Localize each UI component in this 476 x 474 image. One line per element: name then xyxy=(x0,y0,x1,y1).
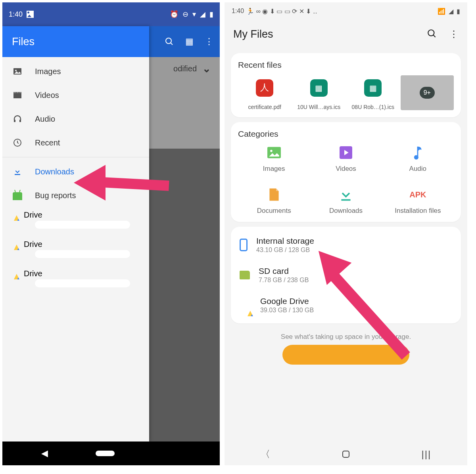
storage-sd-card[interactable]: SD card 7.78 GB / 238 GB xyxy=(231,260,461,290)
recents-button[interactable]: ||| xyxy=(421,449,431,460)
image-notification-icon xyxy=(27,11,34,18)
alarm-icon: ⏰ xyxy=(170,10,178,19)
status-bar-left: 1:40 ⏰ ⊖ ▾ ◢ ▮ xyxy=(2,2,220,26)
category-label: Videos xyxy=(310,165,382,173)
more-count-badge: 9+ xyxy=(420,87,435,99)
storage-name: Internal storage xyxy=(256,236,314,246)
category-label: Documents xyxy=(238,207,310,215)
drawer-label: Images xyxy=(35,67,61,76)
recent-file-item[interactable]: 08U Rob…(1).ics xyxy=(346,75,400,110)
grid-view-icon[interactable]: ▦ xyxy=(185,36,194,47)
home-button[interactable] xyxy=(342,451,349,458)
drawer-item-videos[interactable]: Videos xyxy=(2,83,149,107)
drawer-item-audio[interactable]: Audio xyxy=(2,107,149,131)
svg-point-12 xyxy=(270,150,273,152)
storage-detail: 43.10 GB / 128 GB xyxy=(256,247,314,254)
nav-bar-left: ◀ xyxy=(2,442,220,465)
more-icon[interactable]: ⋮ xyxy=(449,29,459,40)
storage-card: Internal storage 43.10 GB / 128 GB SD ca… xyxy=(231,227,461,323)
drawer-item-images[interactable]: Images xyxy=(2,59,149,83)
download-icon xyxy=(12,166,23,177)
search-icon[interactable] xyxy=(427,29,437,40)
more-icon[interactable]: ⋮ xyxy=(205,36,213,47)
music-note-icon xyxy=(382,144,454,161)
svg-line-10 xyxy=(433,35,435,37)
document-icon xyxy=(238,186,310,203)
drawer-item-drive[interactable]: Drive xyxy=(2,266,149,291)
wifi-icon: ▾ xyxy=(192,10,196,19)
storage-analysis-button[interactable] xyxy=(282,345,409,365)
svg-point-9 xyxy=(428,30,434,36)
category-downloads[interactable]: Downloads xyxy=(310,186,382,215)
storage-google-drive[interactable]: Google Drive 39.03 GB / 130 GB xyxy=(231,290,461,320)
image-icon xyxy=(12,66,23,77)
drawer-item-recent[interactable]: Recent xyxy=(2,131,149,155)
drawer-item-downloads[interactable]: Downloads xyxy=(2,160,149,183)
svg-rect-6 xyxy=(19,120,21,122)
file-name: certificate.pdf xyxy=(238,104,292,110)
drawer-item-drive[interactable]: Drive xyxy=(2,207,149,233)
search-icon[interactable] xyxy=(165,37,174,46)
file-name: 08U Rob…(1).ics xyxy=(346,104,400,110)
phone-right-my-files-app: 1:40 🏃 ∞ ◉ ⬇ ▭ ▭ ⟳ ✕ ⬇ ‥ 📶 ◢ ▮ My Files … xyxy=(225,2,467,465)
back-button[interactable]: ◀ xyxy=(41,448,48,459)
status-bar-right: 1:40 🏃 ∞ ◉ ⬇ ▭ ▭ ⟳ ✕ ⬇ ‥ 📶 ◢ ▮ xyxy=(225,2,467,20)
google-drive-icon xyxy=(240,299,251,311)
drawer-label: Drive xyxy=(24,210,103,220)
calendar-icon xyxy=(364,79,382,97)
page-title: My Files xyxy=(233,28,273,40)
category-installation-files[interactable]: APK Installation files xyxy=(382,186,454,215)
headphones-icon xyxy=(12,113,23,124)
svg-rect-4 xyxy=(13,93,21,98)
recent-file-item[interactable]: certificate.pdf xyxy=(238,75,292,110)
drawer-label: Downloads xyxy=(35,167,74,176)
category-images[interactable]: Images xyxy=(238,144,310,173)
back-button[interactable]: 〈 xyxy=(261,448,270,461)
category-label: Images xyxy=(238,165,310,173)
chevron-down-icon: ⌄ xyxy=(202,63,211,75)
pdf-icon xyxy=(256,79,273,97)
svg-rect-5 xyxy=(14,120,15,122)
battery-icon: ▮ xyxy=(457,8,460,15)
drawer-item-drive[interactable]: Drive xyxy=(2,237,149,262)
storage-name: SD card xyxy=(259,266,309,276)
file-name: 10U Will…ays.ics xyxy=(292,104,346,110)
redacted-subtext xyxy=(35,221,130,229)
status-time: 1:40 xyxy=(9,10,23,19)
video-icon xyxy=(310,144,382,161)
home-pill[interactable] xyxy=(96,451,115,456)
apk-icon: APK xyxy=(382,186,454,203)
storage-detail: 39.03 GB / 130 GB xyxy=(260,307,314,314)
svg-point-0 xyxy=(166,38,171,44)
category-label: Downloads xyxy=(310,207,382,215)
categories-card: Categories Images Videos Audio xyxy=(231,122,461,222)
svg-rect-14 xyxy=(341,199,350,201)
divider xyxy=(2,157,149,157)
redacted-subtext xyxy=(35,279,130,287)
signal-icon: ◢ xyxy=(449,8,453,15)
download-icon xyxy=(310,186,382,203)
status-time: 1:40 xyxy=(232,8,244,15)
drawer-label: Recent xyxy=(35,138,60,147)
status-icons: 🏃 ∞ ◉ ⬇ ▭ ▭ ⟳ ✕ ⬇ ‥ xyxy=(246,8,317,15)
category-documents[interactable]: Documents xyxy=(238,186,310,215)
phone-left-files-app: 1:40 ⏰ ⊖ ▾ ◢ ▮ ▦ ⋮ odified ⌄ d723045.png… xyxy=(2,2,220,465)
drawer-item-bug-reports[interactable]: Bug reports xyxy=(2,183,149,207)
footer-text: See what's taking up space in your stora… xyxy=(225,333,467,341)
category-audio[interactable]: Audio xyxy=(382,144,454,173)
section-heading: Recent files xyxy=(238,60,454,70)
svg-line-1 xyxy=(171,43,173,45)
clock-icon xyxy=(12,137,23,148)
storage-name: Google Drive xyxy=(260,296,314,306)
storage-internal[interactable]: Internal storage 43.10 GB / 128 GB xyxy=(231,230,461,260)
recent-more-button[interactable]: 9+ xyxy=(401,75,454,110)
drawer-label: Audio xyxy=(35,115,55,124)
recent-files-card: Recent files certificate.pdf 10U Will…ay… xyxy=(231,53,461,117)
drawer-title: Files xyxy=(2,26,149,57)
category-videos[interactable]: Videos xyxy=(310,144,382,173)
calendar-icon xyxy=(310,79,328,97)
redacted-subtext xyxy=(35,250,130,258)
image-icon xyxy=(238,144,310,161)
recent-file-item[interactable]: 10U Will…ays.ics xyxy=(292,75,346,110)
battery-icon: ▮ xyxy=(209,10,213,19)
